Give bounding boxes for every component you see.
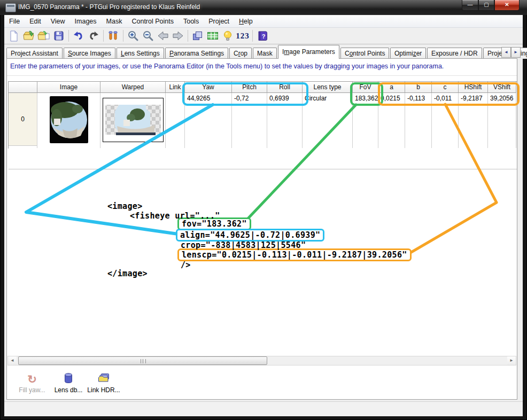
menu-control-points[interactable]: Control Points xyxy=(127,16,179,27)
column-header-b[interactable]: b xyxy=(405,82,432,93)
image-parameters-panel: Enter the parameters of your images, or … xyxy=(6,58,517,400)
column-header-link[interactable]: Link xyxy=(166,82,185,93)
tab-panorama-settings[interactable]: Panorama Settings xyxy=(165,48,228,59)
table-column-pitch: Pitch-0,72 xyxy=(232,82,267,148)
cell-roll[interactable]: 0,6939 xyxy=(267,93,302,104)
row-number-cell[interactable]: 0 xyxy=(9,93,37,146)
zoom-out-icon[interactable] xyxy=(141,29,156,43)
redo-icon[interactable] xyxy=(86,29,101,43)
cell-b[interactable]: -0,113 xyxy=(405,93,431,104)
tab-control-points[interactable]: Control Points xyxy=(340,48,389,59)
tab-source-images[interactable]: Source Images xyxy=(64,48,115,59)
menu-edit[interactable]: Edit xyxy=(25,16,46,27)
tab-scroll-left-icon[interactable]: ◄ xyxy=(501,47,511,58)
tab-mask[interactable]: Mask xyxy=(253,48,277,59)
cell-yaw[interactable]: 44,9265 xyxy=(185,93,231,104)
table-column-warped: Warped xyxy=(100,82,166,148)
open-project-icon[interactable] xyxy=(21,29,36,43)
column-header-pitch[interactable]: Pitch xyxy=(232,82,267,93)
cell-fov[interactable]: 183,362 xyxy=(353,93,378,104)
maximize-button[interactable]: ▢ xyxy=(478,0,494,11)
undo-icon[interactable] xyxy=(71,29,86,43)
table-column-a: a0,0215 xyxy=(378,82,405,148)
tab-exposure-hdr[interactable]: Exposure / HDR xyxy=(427,48,482,59)
column-header-a[interactable]: a xyxy=(378,82,405,93)
horizontal-scrollbar[interactable]: ◄ ► xyxy=(7,356,516,365)
tab-project-assistant[interactable]: Project Assistant xyxy=(6,48,63,59)
tab-lens-settings[interactable]: Lens Settings xyxy=(117,48,164,59)
link-hdr-icon xyxy=(86,371,121,385)
cell-c[interactable]: -0,011 xyxy=(432,93,458,104)
column-header-lens-type[interactable]: Lens type xyxy=(303,82,353,93)
scrollbar-thumb[interactable] xyxy=(18,356,267,365)
next-icon[interactable] xyxy=(170,29,185,43)
menu-view[interactable]: View xyxy=(46,16,70,27)
column-header-row-number[interactable] xyxy=(9,82,37,93)
button-lens-db[interactable]: Lens db... xyxy=(51,371,86,396)
cell-link[interactable] xyxy=(166,93,184,96)
column-header-yaw[interactable]: Yaw xyxy=(185,82,232,93)
previous-icon[interactable] xyxy=(156,29,170,43)
table-column-lens-type: Lens typeCircular xyxy=(303,82,353,148)
close-button[interactable]: ✕ xyxy=(494,0,520,11)
panorama-editor-icon[interactable] xyxy=(190,29,205,43)
title-bar[interactable]: IMG_0570 Panorama * - PTGui Pro register… xyxy=(0,0,527,15)
menu-tools[interactable]: Tools xyxy=(179,16,204,27)
tab-crop[interactable]: Crop xyxy=(229,48,252,59)
table-column-image: Image xyxy=(37,82,100,148)
save-project-icon[interactable] xyxy=(51,29,66,43)
app-icon xyxy=(5,3,16,12)
window-body: FileEditViewImagesMaskControl PointsTool… xyxy=(4,15,523,416)
open-copy-icon[interactable] xyxy=(36,29,51,43)
tab-image-parameters[interactable]: Image Parameters xyxy=(278,45,339,59)
tools-icon[interactable] xyxy=(106,29,121,43)
table-column-fov: FoV183,362 xyxy=(353,82,378,148)
new-project-icon[interactable] xyxy=(6,29,21,43)
column-header-fov[interactable]: FoV xyxy=(353,82,378,93)
numbers-123[interactable]: 123 xyxy=(235,29,250,43)
toolbar: 123? xyxy=(4,28,523,44)
column-header-image[interactable]: Image xyxy=(37,82,100,93)
image-parameters-table: 0ImageWarpedLinkYaw44,9265Pitch-0,72Roll… xyxy=(8,81,517,149)
instruction-text: Enter the parameters of your images, or … xyxy=(10,63,515,70)
column-header-roll[interactable]: Roll xyxy=(267,82,303,93)
warped-image-thumbnail[interactable] xyxy=(100,98,165,142)
window-controls: —▢✕ xyxy=(462,0,520,11)
toolbar-separator xyxy=(68,30,69,42)
toolbar-separator xyxy=(103,30,104,42)
source-image-thumbnail[interactable] xyxy=(37,96,100,143)
table-column-b: b-0,113 xyxy=(405,82,432,148)
tab-scroll-right-icon[interactable]: ► xyxy=(511,47,521,58)
detail-table-icon[interactable] xyxy=(205,29,220,43)
preview-bulb-icon[interactable] xyxy=(220,29,235,43)
cell-hshift[interactable]: -9,2187 xyxy=(459,93,487,104)
menu-mask[interactable]: Mask xyxy=(102,16,127,27)
cell-a[interactable]: 0,0215 xyxy=(378,93,405,104)
help-book-icon[interactable]: ? xyxy=(255,29,270,43)
scroll-left-arrow[interactable]: ◄ xyxy=(8,356,17,365)
scroll-right-arrow[interactable]: ► xyxy=(507,356,516,365)
code-line-4: crop="-838|4583|125|5546" xyxy=(181,240,306,250)
menu-help[interactable]: Help xyxy=(234,16,258,27)
button-fill-yaw[interactable]: ↻Fill yaw... xyxy=(14,371,50,396)
column-header-vshift[interactable]: VShift xyxy=(488,82,516,93)
menu-images[interactable]: Images xyxy=(70,16,102,27)
column-header-c[interactable]: c xyxy=(432,82,459,93)
cell-pitch[interactable]: -0,72 xyxy=(232,93,267,104)
cell-vshift[interactable]: 39,2056 xyxy=(488,93,516,104)
cell-lens_type[interactable]: Circular xyxy=(303,93,352,104)
column-header-warped[interactable]: Warped xyxy=(100,82,166,93)
menu-project[interactable]: Project xyxy=(204,16,234,27)
column-header-hshift[interactable]: HShift xyxy=(459,82,488,93)
grid-bottom-line xyxy=(9,169,517,169)
tab-optimizer[interactable]: Optimizer xyxy=(390,48,426,59)
table-column-yaw: Yaw44,9265 xyxy=(185,82,232,148)
table-column-row-number: 0 xyxy=(9,82,37,148)
menu-file[interactable]: File xyxy=(4,16,25,27)
table-column-link: Link xyxy=(166,82,185,148)
code-line-2: fov="183.362" xyxy=(182,219,247,229)
minimize-button[interactable]: — xyxy=(462,0,478,11)
button-link-hdr[interactable]: Link HDR... xyxy=(86,371,121,396)
separator-line xyxy=(7,75,517,76)
zoom-in-icon[interactable] xyxy=(126,29,141,43)
